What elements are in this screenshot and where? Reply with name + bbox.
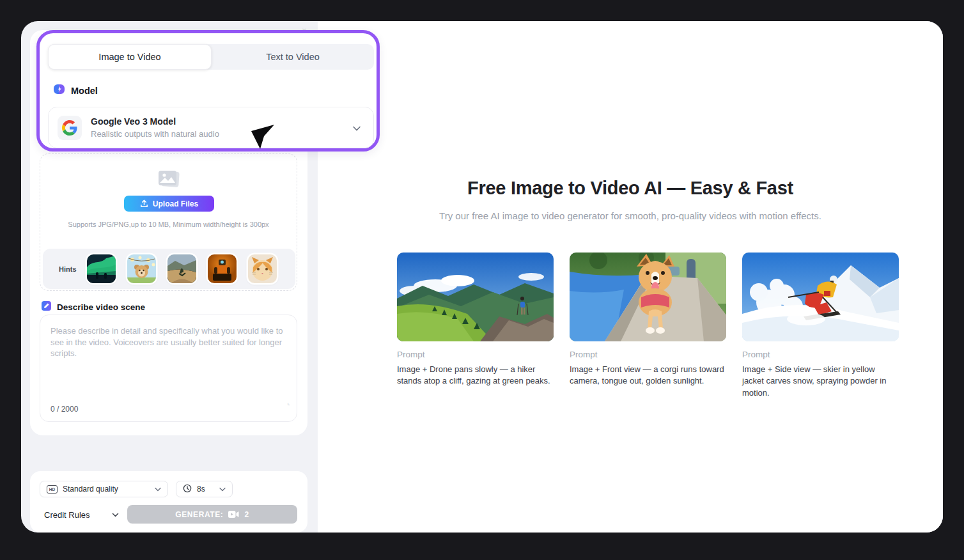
chevron-down-icon (219, 485, 226, 494)
chevron-down-icon (155, 485, 161, 494)
prompt-text: Image + Front view — a corgi runs toward… (570, 364, 726, 387)
hint-thumb-orange-cat[interactable] (248, 254, 277, 283)
tab-text-to-video-label: Text to Video (266, 52, 320, 62)
scene-description-input[interactable] (40, 315, 297, 391)
main-content: Free Image to Video AI — Easy & Fast Try… (318, 21, 943, 533)
clock-icon (183, 484, 192, 495)
resize-handle[interactable]: ⌞ (287, 399, 290, 406)
model-name: Google Veo 3 Model (91, 116, 353, 127)
character-counter: 0 / 2000 (51, 405, 78, 414)
model-icon (53, 83, 65, 98)
hint-thumb-mountain-biker[interactable] (167, 254, 196, 283)
tab-text-to-video[interactable]: Text to Video (212, 44, 374, 70)
upload-icon (140, 199, 148, 208)
hint-thumb-aurora[interactable] (87, 254, 116, 283)
prompt-label: Prompt (570, 350, 726, 359)
upload-dropzone[interactable]: Upload Files Supports JPG/PNG,up to 10 M… (40, 153, 297, 291)
quality-value: Standard quality (63, 485, 118, 494)
app-window: ⌄ Image to Video Text to Video Model (21, 21, 943, 533)
prompt-text: Image + Side view — skier in yellow jack… (742, 364, 899, 399)
model-section-label: Model (71, 86, 98, 96)
google-logo-icon (58, 116, 82, 140)
hint-thumb-teddy-bear[interactable] (127, 254, 156, 283)
hint-thumb-orange-robot[interactable] (208, 254, 237, 283)
example-card-corgi: Prompt Image + Front view — a corgi runs… (570, 253, 726, 399)
scene-description-card: 0 / 2000 ⌞ (40, 315, 297, 422)
tab-image-to-video-label: Image to Video (98, 52, 160, 62)
chevron-down-icon (353, 122, 361, 134)
duration-value: 8s (197, 485, 205, 494)
describe-icon (41, 300, 52, 314)
example-card-skier: Prompt Image + Side view — skier in yell… (742, 253, 899, 399)
example-card-hiker: Prompt Image + Drone pans slowly — a hik… (397, 253, 554, 399)
video-camera-icon (228, 510, 239, 518)
page-title: Free Image to Video AI — Easy & Fast (318, 178, 943, 199)
tab-image-to-video[interactable]: Image to Video (48, 44, 212, 70)
generate-credits: 2 (244, 510, 249, 519)
duration-select[interactable]: 8s (176, 481, 233, 497)
model-description: Realistic outputs with natural audio (91, 129, 353, 139)
mouse-cursor-icon (250, 123, 277, 154)
describe-section-label: Describe video scene (57, 302, 145, 312)
generate-controls-card: HD Standard quality 8s Credit Rules GENE… (30, 471, 307, 533)
upload-files-label: Upload Files (153, 199, 198, 208)
model-select[interactable]: Google Veo 3 Model Realistic outputs wit… (48, 107, 374, 148)
example-image-skier-carving (742, 253, 899, 341)
page-subtitle: Try our free AI image to video generator… (318, 210, 943, 221)
upload-files-button[interactable]: Upload Files (124, 196, 214, 212)
upload-supports-text: Supports JPG/PNG,up to 10 MB, Minimum wi… (40, 221, 297, 228)
prompt-label: Prompt (742, 350, 899, 359)
example-image-hiker-on-cliff (397, 253, 554, 341)
quality-select[interactable]: HD Standard quality (40, 481, 168, 497)
credit-rules-label: Credit Rules (44, 510, 90, 520)
onboarding-highlight-box: Image to Video Text to Video Model (36, 30, 380, 152)
mode-tabs: Image to Video Text to Video (48, 44, 374, 70)
hints-bar: Hints (43, 249, 295, 289)
example-cards: Prompt Image + Drone pans slowly — a hik… (397, 253, 899, 399)
prompt-text: Image + Drone pans slowly — a hiker stan… (397, 364, 554, 387)
chevron-down-icon (112, 513, 119, 517)
hd-quality-icon: HD (47, 485, 58, 494)
example-image-corgi-running (570, 253, 726, 341)
image-placeholder-icon (40, 169, 297, 189)
generate-label: GENERATE: (175, 510, 223, 519)
hints-label: Hints (59, 265, 77, 273)
prompt-label: Prompt (397, 350, 554, 359)
generate-button[interactable]: GENERATE: 2 (127, 505, 297, 524)
credit-rules-toggle[interactable]: Credit Rules (44, 510, 119, 520)
